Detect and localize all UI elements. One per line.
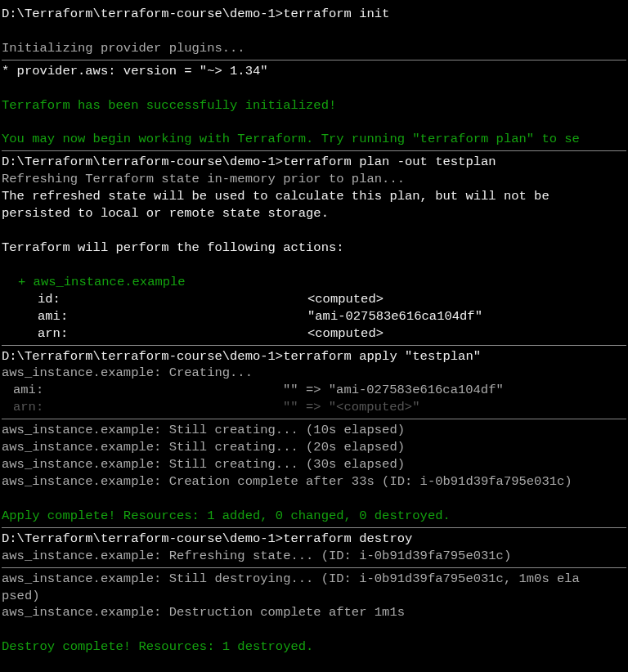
prompt: D:\Terraform\terraform-course\demo-1> [2, 7, 283, 21]
section-plan: D:\Terraform\terraform-course\demo-1>ter… [2, 151, 626, 345]
section-apply-progress: aws_instance.example: Still creating... … [2, 419, 626, 528]
refresh-msg: Refreshing Terraform state in-memory pri… [2, 171, 626, 188]
actions-header: Terraform will perform the following act… [2, 240, 626, 257]
destroy-progress: aws_instance.example: Still destroying..… [2, 571, 626, 588]
resource-add: + aws_instance.example [2, 274, 626, 291]
section-destroy-progress: aws_instance.example: Still destroying..… [2, 568, 626, 659]
command: terraform destroy [283, 531, 412, 546]
prompt: D:\Terraform\terraform-course\demo-1> [2, 155, 283, 169]
kv-ami: ami:"" => "ami-027583e616ca104df" [2, 382, 626, 399]
kv-key: ami: [2, 308, 307, 325]
complete-line: aws_instance.example: Creation complete … [2, 473, 626, 491]
progress-line: aws_instance.example: Still creating... … [2, 456, 626, 473]
prompt-line: D:\Terraform\terraform-course\demo-1>ter… [2, 531, 626, 548]
command: terraform plan -out testplan [283, 155, 496, 169]
apply-complete: Apply complete! Resources: 1 added, 0 ch… [2, 508, 626, 525]
section-init: D:\Terraform\terraform-course\demo-1>ter… [2, 3, 626, 60]
kv-key: ami: [2, 382, 283, 399]
kv-val: "ami-027583e616ca104df" [307, 309, 482, 324]
progress-line: aws_instance.example: Still creating... … [2, 422, 626, 439]
section-provider: * provider.aws: version = "~> 1.34" Terr… [2, 60, 626, 152]
terminal-output[interactable]: D:\Terraform\terraform-course\demo-1>ter… [0, 0, 628, 661]
plan-note-2: persisted to local or remote state stora… [2, 205, 626, 222]
prompt: D:\Terraform\terraform-course\demo-1> [2, 349, 283, 364]
plan-note-1: The refreshed state will be used to calc… [2, 188, 626, 205]
prompt-line: D:\Terraform\terraform-course\demo-1>ter… [2, 6, 626, 23]
kv-arn: arn:"" => "<computed>" [2, 399, 626, 416]
kv-key: arn: [2, 399, 283, 416]
kv-key: arn: [2, 325, 307, 343]
kv-val: "" => "<computed>" [283, 400, 419, 414]
success-msg: Terraform has been successfully initiali… [2, 97, 626, 114]
kv-val: <computed> [307, 326, 384, 341]
creating-msg: aws_instance.example: Creating... [2, 365, 626, 382]
refresh-state: aws_instance.example: Refreshing state..… [2, 548, 626, 565]
kv-key: id: [2, 291, 307, 308]
kv-ami: ami:"ami-027583e616ca104df" [2, 308, 626, 325]
kv-val: <computed> [307, 292, 384, 307]
prompt: D:\Terraform\terraform-course\demo-1> [2, 531, 283, 546]
destroy-done: Destroy complete! Resources: 1 destroyed… [2, 638, 626, 656]
kv-arn: arn:<computed> [2, 325, 626, 343]
command: terraform init [283, 7, 389, 21]
destroy-complete: aws_instance.example: Destruction comple… [2, 604, 626, 621]
provider-line: * provider.aws: version = "~> 1.34" [2, 63, 626, 80]
init-msg: Initializing provider plugins... [2, 40, 626, 57]
progress-line: aws_instance.example: Still creating... … [2, 439, 626, 456]
kv-val: "" => "ami-027583e616ca104df" [283, 383, 504, 397]
prompt-line: D:\Terraform\terraform-course\demo-1>ter… [2, 154, 626, 171]
command: terraform apply "testplan" [283, 349, 481, 364]
kv-id: id:<computed> [2, 291, 626, 308]
section-apply-start: D:\Terraform\terraform-course\demo-1>ter… [2, 346, 626, 420]
hint-msg: You may now begin working with Terraform… [2, 131, 626, 148]
section-destroy-start: D:\Terraform\terraform-course\demo-1>ter… [2, 528, 626, 568]
destroy-progress-wrap: psed) [2, 588, 626, 605]
prompt-line: D:\Terraform\terraform-course\demo-1>ter… [2, 348, 626, 365]
